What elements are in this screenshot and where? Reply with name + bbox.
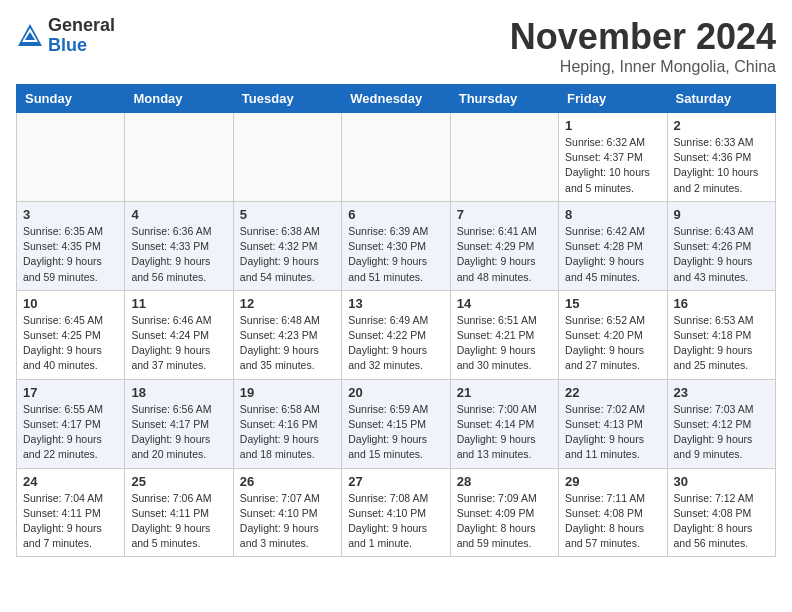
calendar-cell — [125, 113, 233, 202]
day-number: 27 — [348, 474, 443, 489]
day-info: Sunrise: 6:58 AMSunset: 4:16 PMDaylight:… — [240, 402, 335, 463]
calendar-cell: 28Sunrise: 7:09 AMSunset: 4:09 PMDayligh… — [450, 468, 558, 557]
day-number: 29 — [565, 474, 660, 489]
day-info: Sunrise: 6:49 AMSunset: 4:22 PMDaylight:… — [348, 313, 443, 374]
day-number: 16 — [674, 296, 769, 311]
calendar-week-row: 24Sunrise: 7:04 AMSunset: 4:11 PMDayligh… — [17, 468, 776, 557]
calendar-cell: 12Sunrise: 6:48 AMSunset: 4:23 PMDayligh… — [233, 290, 341, 379]
calendar-cell: 1Sunrise: 6:32 AMSunset: 4:37 PMDaylight… — [559, 113, 667, 202]
month-title: November 2024 — [510, 16, 776, 58]
day-info: Sunrise: 6:36 AMSunset: 4:33 PMDaylight:… — [131, 224, 226, 285]
day-info: Sunrise: 6:38 AMSunset: 4:32 PMDaylight:… — [240, 224, 335, 285]
day-info: Sunrise: 6:52 AMSunset: 4:20 PMDaylight:… — [565, 313, 660, 374]
calendar-cell: 10Sunrise: 6:45 AMSunset: 4:25 PMDayligh… — [17, 290, 125, 379]
calendar-week-row: 1Sunrise: 6:32 AMSunset: 4:37 PMDaylight… — [17, 113, 776, 202]
day-info: Sunrise: 6:45 AMSunset: 4:25 PMDaylight:… — [23, 313, 118, 374]
day-number: 2 — [674, 118, 769, 133]
day-info: Sunrise: 6:39 AMSunset: 4:30 PMDaylight:… — [348, 224, 443, 285]
day-number: 10 — [23, 296, 118, 311]
logo-general-text: General — [48, 16, 115, 36]
day-number: 4 — [131, 207, 226, 222]
day-number: 18 — [131, 385, 226, 400]
title-area: November 2024 Heping, Inner Mongolia, Ch… — [510, 16, 776, 76]
day-number: 14 — [457, 296, 552, 311]
day-info: Sunrise: 6:56 AMSunset: 4:17 PMDaylight:… — [131, 402, 226, 463]
calendar-cell: 8Sunrise: 6:42 AMSunset: 4:28 PMDaylight… — [559, 201, 667, 290]
day-number: 15 — [565, 296, 660, 311]
day-info: Sunrise: 7:02 AMSunset: 4:13 PMDaylight:… — [565, 402, 660, 463]
logo-text: General Blue — [48, 16, 115, 56]
day-number: 20 — [348, 385, 443, 400]
day-number: 9 — [674, 207, 769, 222]
calendar-cell: 19Sunrise: 6:58 AMSunset: 4:16 PMDayligh… — [233, 379, 341, 468]
day-info: Sunrise: 6:41 AMSunset: 4:29 PMDaylight:… — [457, 224, 552, 285]
day-info: Sunrise: 7:04 AMSunset: 4:11 PMDaylight:… — [23, 491, 118, 552]
calendar-cell: 30Sunrise: 7:12 AMSunset: 4:08 PMDayligh… — [667, 468, 775, 557]
weekday-header: Tuesday — [233, 85, 341, 113]
day-info: Sunrise: 7:07 AMSunset: 4:10 PMDaylight:… — [240, 491, 335, 552]
day-number: 17 — [23, 385, 118, 400]
day-info: Sunrise: 7:09 AMSunset: 4:09 PMDaylight:… — [457, 491, 552, 552]
day-number: 8 — [565, 207, 660, 222]
weekday-header: Sunday — [17, 85, 125, 113]
day-number: 5 — [240, 207, 335, 222]
calendar-cell — [233, 113, 341, 202]
day-info: Sunrise: 7:00 AMSunset: 4:14 PMDaylight:… — [457, 402, 552, 463]
logo-icon — [16, 22, 44, 50]
day-number: 22 — [565, 385, 660, 400]
day-number: 28 — [457, 474, 552, 489]
calendar-cell: 18Sunrise: 6:56 AMSunset: 4:17 PMDayligh… — [125, 379, 233, 468]
calendar-cell: 25Sunrise: 7:06 AMSunset: 4:11 PMDayligh… — [125, 468, 233, 557]
day-info: Sunrise: 6:46 AMSunset: 4:24 PMDaylight:… — [131, 313, 226, 374]
day-info: Sunrise: 6:55 AMSunset: 4:17 PMDaylight:… — [23, 402, 118, 463]
day-info: Sunrise: 7:03 AMSunset: 4:12 PMDaylight:… — [674, 402, 769, 463]
weekday-header-row: SundayMondayTuesdayWednesdayThursdayFrid… — [17, 85, 776, 113]
day-info: Sunrise: 6:33 AMSunset: 4:36 PMDaylight:… — [674, 135, 769, 196]
day-info: Sunrise: 6:53 AMSunset: 4:18 PMDaylight:… — [674, 313, 769, 374]
calendar-week-row: 10Sunrise: 6:45 AMSunset: 4:25 PMDayligh… — [17, 290, 776, 379]
day-number: 12 — [240, 296, 335, 311]
calendar-cell: 3Sunrise: 6:35 AMSunset: 4:35 PMDaylight… — [17, 201, 125, 290]
day-number: 6 — [348, 207, 443, 222]
day-info: Sunrise: 6:48 AMSunset: 4:23 PMDaylight:… — [240, 313, 335, 374]
day-info: Sunrise: 7:06 AMSunset: 4:11 PMDaylight:… — [131, 491, 226, 552]
location-title: Heping, Inner Mongolia, China — [510, 58, 776, 76]
calendar-cell: 17Sunrise: 6:55 AMSunset: 4:17 PMDayligh… — [17, 379, 125, 468]
day-info: Sunrise: 6:32 AMSunset: 4:37 PMDaylight:… — [565, 135, 660, 196]
logo: General Blue — [16, 16, 115, 56]
calendar-cell: 14Sunrise: 6:51 AMSunset: 4:21 PMDayligh… — [450, 290, 558, 379]
calendar-cell: 24Sunrise: 7:04 AMSunset: 4:11 PMDayligh… — [17, 468, 125, 557]
calendar-cell: 21Sunrise: 7:00 AMSunset: 4:14 PMDayligh… — [450, 379, 558, 468]
day-info: Sunrise: 7:08 AMSunset: 4:10 PMDaylight:… — [348, 491, 443, 552]
calendar-cell: 29Sunrise: 7:11 AMSunset: 4:08 PMDayligh… — [559, 468, 667, 557]
weekday-header: Thursday — [450, 85, 558, 113]
day-number: 23 — [674, 385, 769, 400]
calendar-cell — [342, 113, 450, 202]
day-number: 26 — [240, 474, 335, 489]
calendar-cell: 4Sunrise: 6:36 AMSunset: 4:33 PMDaylight… — [125, 201, 233, 290]
day-number: 25 — [131, 474, 226, 489]
calendar-week-row: 3Sunrise: 6:35 AMSunset: 4:35 PMDaylight… — [17, 201, 776, 290]
calendar-cell: 9Sunrise: 6:43 AMSunset: 4:26 PMDaylight… — [667, 201, 775, 290]
day-info: Sunrise: 6:43 AMSunset: 4:26 PMDaylight:… — [674, 224, 769, 285]
calendar-cell: 26Sunrise: 7:07 AMSunset: 4:10 PMDayligh… — [233, 468, 341, 557]
day-info: Sunrise: 6:51 AMSunset: 4:21 PMDaylight:… — [457, 313, 552, 374]
day-number: 30 — [674, 474, 769, 489]
day-info: Sunrise: 7:11 AMSunset: 4:08 PMDaylight:… — [565, 491, 660, 552]
day-info: Sunrise: 6:42 AMSunset: 4:28 PMDaylight:… — [565, 224, 660, 285]
day-info: Sunrise: 6:59 AMSunset: 4:15 PMDaylight:… — [348, 402, 443, 463]
calendar-cell: 15Sunrise: 6:52 AMSunset: 4:20 PMDayligh… — [559, 290, 667, 379]
calendar-cell: 22Sunrise: 7:02 AMSunset: 4:13 PMDayligh… — [559, 379, 667, 468]
calendar-cell: 2Sunrise: 6:33 AMSunset: 4:36 PMDaylight… — [667, 113, 775, 202]
day-number: 24 — [23, 474, 118, 489]
day-number: 21 — [457, 385, 552, 400]
day-number: 1 — [565, 118, 660, 133]
calendar-cell: 6Sunrise: 6:39 AMSunset: 4:30 PMDaylight… — [342, 201, 450, 290]
calendar-cell: 5Sunrise: 6:38 AMSunset: 4:32 PMDaylight… — [233, 201, 341, 290]
day-info: Sunrise: 6:35 AMSunset: 4:35 PMDaylight:… — [23, 224, 118, 285]
weekday-header: Friday — [559, 85, 667, 113]
weekday-header: Wednesday — [342, 85, 450, 113]
logo-blue-text: Blue — [48, 36, 115, 56]
day-number: 3 — [23, 207, 118, 222]
weekday-header: Monday — [125, 85, 233, 113]
